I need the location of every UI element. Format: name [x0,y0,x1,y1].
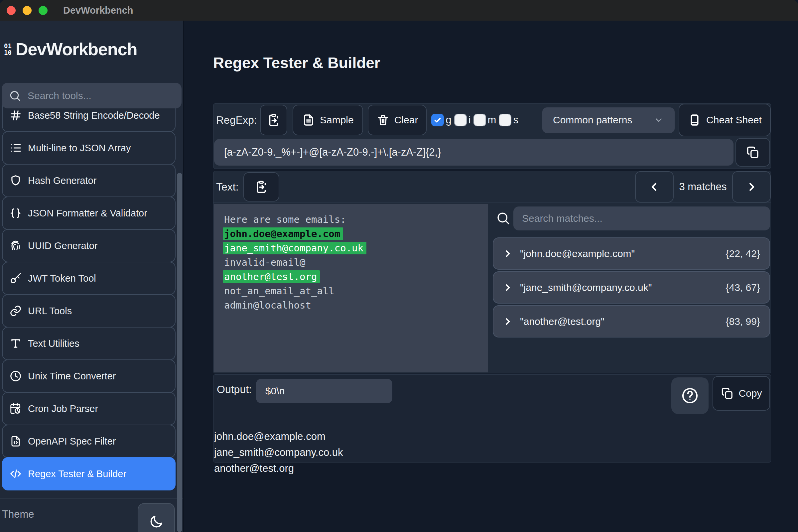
window-title: DevWorkbench [63,5,133,16]
clear-button-label: Clear [394,114,418,126]
match-range: {83, 99} [726,316,760,327]
minimize-window-button[interactable] [23,6,32,15]
text-line: admin@localhost [224,298,488,312]
match-range: {22, 42} [726,248,760,259]
flag-s[interactable]: s [499,114,521,126]
match-search-input[interactable] [513,207,770,230]
flag-s-checkbox[interactable] [499,114,511,126]
sample-button-label: Sample [320,114,354,126]
copy-icon [721,387,734,400]
file-text-icon [302,113,315,127]
sidebar-item-url-tools[interactable]: URL Tools [2,294,175,327]
test-text-area[interactable]: Here are some emails:john.doe@example.co… [214,204,488,373]
theme-toggle-button[interactable] [138,503,175,532]
current-match-highlight: john.doe@example.com [223,227,343,240]
zoom-window-button[interactable] [39,6,48,15]
flag-i[interactable]: i [454,114,474,126]
question-circle-icon [681,386,699,405]
text-line: john.doe@example.com [224,227,488,241]
code-icon [9,468,22,480]
sidebar-item-cron-parser[interactable]: Cron Job Parser [2,392,175,425]
common-patterns-select[interactable]: Common patterns [542,108,674,133]
sidebar-item-label: Regex Tester & Builder [28,469,126,479]
flag-g[interactable]: g [431,114,454,126]
flag-m-label: m [488,114,496,126]
chevron-left-icon [648,181,660,193]
match-range: {43, 67} [726,282,760,293]
key-icon [9,272,22,285]
flag-m[interactable]: m [474,114,499,126]
text-line: another@test.org [224,270,488,284]
regex-pattern-input[interactable] [214,139,734,166]
regexp-toolbar: RegExp: Sample Clear [213,104,771,136]
sample-button[interactable]: Sample [292,105,363,135]
output-line: another@test.org [214,460,343,476]
flag-m-checkbox[interactable] [474,114,486,126]
moon-icon [149,514,164,529]
previous-match-button[interactable] [635,171,673,203]
sidebar-item-label: Text Utilities [28,338,79,349]
match-highlight: another@test.org [223,270,320,283]
search-icon [9,90,21,102]
paste-text-button[interactable] [243,172,279,202]
sidebar-item-json-formatter[interactable]: JSON Formatter & Validator [2,196,175,230]
sidebar-item-hash-generator[interactable]: Hash Generator [2,164,175,197]
flag-s-label: s [513,114,518,126]
flag-g-label: g [445,114,451,126]
sidebar-item-label: URL Tools [28,306,72,317]
sidebar-item-label: UUID Generator [28,241,98,251]
sidebar-item-text-utilities[interactable]: Text Utilities [2,327,175,360]
flag-i-checkbox[interactable] [454,114,467,126]
shield-icon [9,174,22,187]
chevron-down-icon [653,115,664,125]
sidebar-item-label: Unix Time Converter [28,371,116,382]
match-text: "john.doe@example.com" [520,248,635,259]
sidebar-item-unix-time[interactable]: Unix Time Converter [2,359,175,393]
clear-button[interactable]: Clear [368,105,427,135]
check-icon [433,116,442,125]
cheat-sheet-button[interactable]: Cheat Sheet [679,104,771,136]
output-label: Output: [217,383,252,396]
next-match-button[interactable] [732,171,771,203]
book-icon [688,113,702,127]
app-logo: 01 10 DevWorkbench [4,39,137,59]
output-template-input[interactable] [256,379,392,403]
copy-regex-button[interactable] [736,138,770,167]
calendar-clock-icon [9,402,22,415]
close-window-button[interactable] [7,6,16,15]
output-line: jane_smith@company.co.uk [214,444,343,460]
flag-g-checkbox[interactable] [431,114,444,126]
copy-icon [746,145,760,159]
chevron-right-icon [503,249,513,259]
match-count: 3 matches [673,181,732,193]
tool-search[interactable] [2,83,182,108]
braces-icon [9,207,22,220]
match-search-row [493,204,770,233]
tool-list: Base58 String Encode/Decode Multi-line t… [2,99,175,491]
text-header: Text: 3 matches [213,171,771,203]
sidebar-item-multiline-json[interactable]: Multi-line to JSON Array [2,131,175,165]
tool-search-input[interactable] [27,90,174,101]
sidebar-item-uuid-generator[interactable]: UUID Generator [2,229,175,262]
regex-flags: g i m s [431,114,521,126]
flag-i-label: i [469,114,471,126]
sidebar-item-label: Hash Generator [28,175,96,186]
paste-regexp-button[interactable] [260,105,287,135]
matches-panel: "john.doe@example.com" {22, 42} "jane_sm… [493,204,770,373]
match-row-2[interactable]: "jane_smith@company.co.uk" {43, 67} [493,271,770,304]
sidebar-item-regex-tester[interactable]: Regex Tester & Builder [2,457,175,491]
clipboard-paste-icon [266,113,281,127]
sidebar-item-openapi-filter[interactable]: OpenAPI Spec Filter [2,424,175,458]
copy-output-button[interactable]: Copy [712,376,770,411]
sidebar-scrollbar[interactable] [177,173,182,532]
output-help-button[interactable] [671,377,708,414]
sidebar-item-label: Base58 String Encode/Decode [28,110,160,121]
clipboard-paste-icon [254,179,269,194]
text-line: not_an_email_at_all [224,284,488,298]
match-row-3[interactable]: "another@test.org" {83, 99} [493,305,770,338]
fingerprint-icon [9,240,22,252]
sidebar-item-label: OpenAPI Spec Filter [28,436,116,447]
sidebar-item-jwt-token[interactable]: JWT Token Tool [2,262,175,295]
match-row-1[interactable]: "john.doe@example.com" {22, 42} [493,238,770,270]
theme-label: Theme [2,508,34,520]
